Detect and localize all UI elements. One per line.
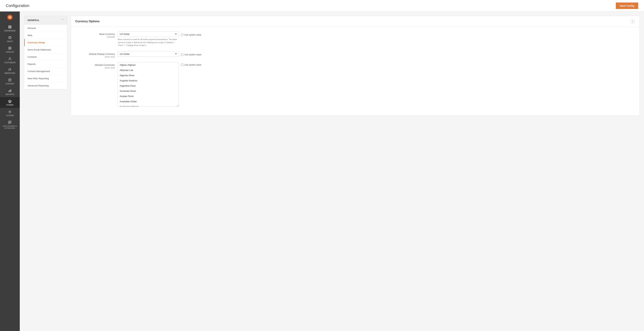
reports-icon: [8, 88, 12, 93]
sidebar: DASHBOARD SALES CATALOG CUSTOMERS: [0, 12, 20, 331]
base-currency-select[interactable]: US Dollar Euro British Pound Australian …: [118, 31, 179, 37]
svg-rect-21: [10, 121, 11, 122]
sidebar-item-marketing[interactable]: MARKETING: [0, 66, 20, 76]
base-currency-use-system-label[interactable]: Use system value: [184, 34, 202, 36]
currency-option-albanian[interactable]: Albanian Lek: [118, 68, 178, 73]
sidebar-label-stores: STORES: [6, 104, 14, 106]
currency-option-afghan[interactable]: Afghan Afghani: [118, 62, 178, 68]
default-display-currency-use-system-checkbox[interactable]: [181, 54, 183, 56]
svg-rect-2: [8, 27, 10, 28]
base-currency-select-row: US Dollar Euro British Pound Australian …: [118, 31, 635, 37]
sidebar-item-content[interactable]: CONTENT: [0, 76, 20, 86]
sidebar-label-marketing: MARKETING: [4, 72, 15, 74]
nav-item-currency-setup[interactable]: Currency Setup: [24, 39, 67, 46]
base-currency-input-wrap: US Dollar Euro British Pound Australian …: [118, 31, 635, 47]
allowed-currencies-select-row: Afghan Afghani Albanian Lek Algerian Din…: [118, 62, 635, 107]
svg-rect-8: [10, 48, 11, 50]
sidebar-item-catalog[interactable]: CATALOG: [0, 44, 20, 55]
allowed-currencies-row: Allowed Currencies [store view] Afghan A…: [75, 62, 635, 107]
stores-icon: [8, 99, 12, 103]
system-icon: [8, 110, 12, 114]
page-title-area: Configuration: [6, 4, 29, 8]
svg-rect-14: [8, 90, 9, 92]
left-nav-section-title: GENERAL: [28, 19, 40, 22]
customers-icon: [8, 56, 12, 61]
base-currency-system-value: Use system value: [181, 32, 202, 36]
sidebar-item-extensions[interactable]: FIND PARTNERS & EXTENSIONS: [0, 118, 20, 131]
svg-rect-3: [10, 27, 11, 28]
svg-rect-16: [10, 89, 11, 92]
nav-item-contacts[interactable]: Contacts: [24, 53, 67, 60]
config-panel: Currency Options ⇧ Base Currency [websit…: [71, 16, 640, 116]
svg-rect-0: [8, 26, 10, 27]
left-nav-header[interactable]: GENERAL ⌃: [24, 16, 67, 24]
chevron-up-icon: ⌃: [62, 18, 64, 22]
magento-logo: [6, 13, 14, 22]
main-content: GENERAL ⌃ General Web Currency Setup Sto…: [20, 12, 644, 331]
currency-option-azerbaijani[interactable]: Azerbaijani Manat: [118, 104, 178, 107]
extensions-icon: [8, 120, 12, 124]
allowed-currencies-input-wrap: Afghan Afghani Albanian Lek Algerian Din…: [118, 62, 635, 107]
top-bar: Configuration Save Config: [0, 0, 644, 12]
currency-option-australian[interactable]: Australian Dollar: [118, 99, 178, 104]
sidebar-item-dashboard[interactable]: DASHBOARD: [0, 23, 20, 34]
save-config-button[interactable]: Save Config: [616, 2, 638, 9]
allowed-currencies-listbox-wrap: Afghan Afghani Albanian Lek Algerian Din…: [118, 62, 179, 107]
svg-rect-6: [10, 47, 11, 48]
sidebar-item-stores[interactable]: STORES: [0, 97, 20, 108]
svg-point-9: [9, 58, 10, 59]
sidebar-label-sales: SALES: [7, 40, 13, 42]
sidebar-label-catalog: CATALOG: [6, 51, 14, 53]
catalog-icon: [8, 46, 12, 50]
nav-item-reports[interactable]: Reports: [24, 60, 67, 68]
layout: DASHBOARD SALES CATALOG CUSTOMERS: [0, 12, 644, 331]
currency-option-algerian[interactable]: Algerian Dinar: [118, 73, 178, 78]
allowed-currencies-use-system-checkbox[interactable]: [181, 64, 183, 66]
svg-point-19: [9, 111, 10, 112]
config-panel-title: Currency Options: [75, 20, 100, 23]
marketing-icon: [8, 67, 12, 72]
base-currency-use-system-checkbox[interactable]: [181, 34, 183, 36]
allowed-currencies-label: Allowed Currencies [store view]: [75, 62, 115, 69]
sidebar-label-reports: REPORTS: [6, 94, 14, 96]
svg-rect-18: [10, 102, 10, 102]
base-currency-label: Base Currency [website]: [75, 31, 115, 38]
currency-option-argentine[interactable]: Argentine Peso: [118, 83, 178, 88]
dashboard-icon: [8, 25, 12, 29]
svg-rect-5: [8, 47, 10, 48]
nav-item-new-relic-reporting[interactable]: New Relic Reporting: [24, 75, 67, 82]
default-display-currency-label: Default Display Currency [store view]: [75, 51, 115, 58]
sidebar-item-reports[interactable]: REPORTS: [0, 86, 20, 97]
nav-item-store-email-addresses[interactable]: Store Email Addresses: [24, 46, 67, 53]
nav-item-general[interactable]: General: [24, 24, 67, 32]
config-panel-header: Currency Options ⇧: [71, 16, 640, 27]
nav-item-web[interactable]: Web: [24, 32, 67, 39]
default-display-currency-use-system-label[interactable]: Use system value: [184, 53, 202, 56]
content-icon: [8, 78, 12, 82]
default-display-currency-select-row: US Dollar Euro British Pound Australian …: [118, 51, 635, 57]
currency-option-aruban[interactable]: Aruban Florin: [118, 94, 178, 99]
svg-rect-1: [10, 26, 11, 27]
sidebar-label-extensions: FIND PARTNERS & EXTENSIONS: [1, 125, 19, 129]
sidebar-label-content: CONTENT: [6, 83, 14, 85]
base-currency-row: Base Currency [website] US Dollar Euro B…: [75, 31, 635, 47]
default-display-currency-row: Default Display Currency [store view] US…: [75, 51, 635, 58]
currency-option-angolan[interactable]: Angolan Kwanza: [118, 78, 178, 83]
collapse-section-button[interactable]: ⇧: [630, 19, 635, 24]
sidebar-item-customers[interactable]: CUSTOMERS: [0, 55, 20, 66]
svg-rect-7: [8, 48, 10, 50]
left-nav-panel: GENERAL ⌃ General Web Currency Setup Sto…: [24, 16, 67, 90]
default-display-currency-select[interactable]: US Dollar Euro British Pound Australian …: [118, 51, 179, 57]
sidebar-item-sales[interactable]: SALES: [0, 34, 20, 44]
sidebar-item-system[interactable]: SYSTEM: [0, 108, 20, 118]
nav-item-advanced-reporting[interactable]: Advanced Reporting: [24, 82, 67, 89]
allowed-currencies-listbox[interactable]: Afghan Afghani Albanian Lek Algerian Din…: [118, 62, 179, 107]
currency-option-armenian[interactable]: Armenian Dram: [118, 88, 178, 94]
sales-icon: [8, 36, 12, 40]
svg-rect-20: [8, 121, 10, 122]
sidebar-label-customers: CUSTOMERS: [4, 62, 16, 64]
nav-item-content-management[interactable]: Content Management: [24, 68, 67, 75]
allowed-currencies-use-system-label[interactable]: Use system value: [184, 64, 202, 66]
sidebar-label-dashboard: DASHBOARD: [4, 30, 16, 32]
config-body: Base Currency [website] US Dollar Euro B…: [71, 27, 640, 116]
